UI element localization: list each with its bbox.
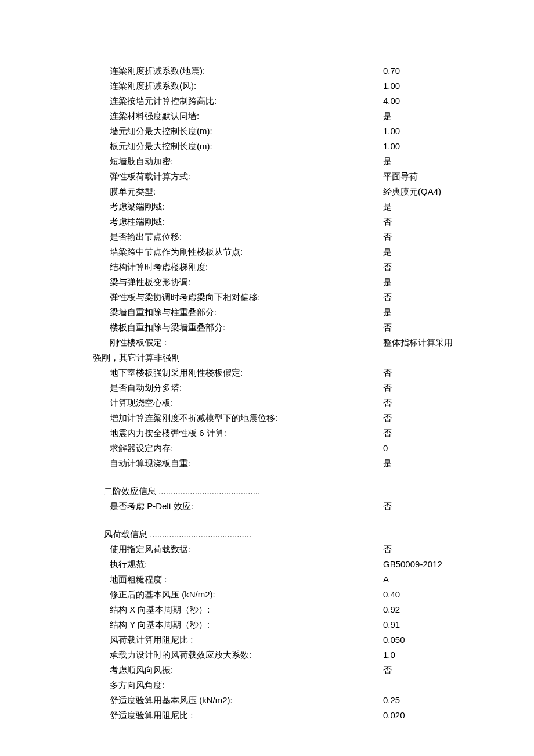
param-row: 梁墙自重扣除与柱重叠部分: 是 bbox=[93, 305, 476, 319]
param-row: 使用指定风荷载数据: 否 bbox=[93, 542, 476, 556]
param-value: 是 bbox=[383, 275, 476, 289]
param-value: 1.00 bbox=[383, 139, 476, 153]
param-row: 墙元细分最大控制长度(m): 1.00 bbox=[93, 124, 476, 138]
param-value: GB50009-2012 bbox=[383, 557, 476, 571]
param-value: 否 bbox=[383, 366, 476, 380]
section-header-wind-load: 风荷载信息 ..................................… bbox=[93, 527, 476, 541]
param-row: 连梁材料强度默认同墙: 是 bbox=[93, 109, 476, 123]
param-value: 4.00 bbox=[383, 94, 476, 108]
param-label: 舒适度验算用阻尼比 : bbox=[93, 708, 193, 722]
param-label: 考虑柱端刚域: bbox=[93, 215, 164, 229]
param-label: 自动计算现浇板自重: bbox=[93, 456, 190, 470]
param-value: 否 bbox=[383, 230, 476, 244]
param-row: 连梁按墙元计算控制跨高比: 4.00 bbox=[93, 94, 476, 108]
param-row: 舒适度验算用阻尼比 : 0.020 bbox=[93, 708, 476, 722]
param-row: 多方向风角度: bbox=[93, 678, 476, 692]
param-value: 0.40 bbox=[383, 588, 476, 602]
param-row: 弹性板与梁协调时考虑梁向下相对偏移: 否 bbox=[93, 290, 476, 304]
param-label: 计算现浇空心板: bbox=[93, 396, 173, 410]
param-value: 否 bbox=[383, 426, 476, 440]
param-value: 否 bbox=[383, 411, 476, 425]
param-label: 板元细分最大控制长度(m): bbox=[93, 139, 212, 153]
param-value: 平面导荷 bbox=[383, 170, 476, 183]
param-row: 执行规范: GB50009-2012 bbox=[93, 557, 476, 571]
param-row: 考虑顺风向风振: 否 bbox=[93, 663, 476, 677]
param-label: 风荷载计算用阻尼比 : bbox=[93, 633, 193, 647]
param-label: 考虑顺风向风振: bbox=[93, 663, 173, 677]
param-label: 墙梁跨中节点作为刚性楼板从节点: bbox=[93, 245, 243, 259]
param-row: 结构 Y 向基本周期（秒）: 0.91 bbox=[93, 618, 476, 632]
param-label: 膜单元类型: bbox=[93, 185, 156, 199]
param-label: 是否自动划分多塔: bbox=[93, 381, 182, 395]
param-label: 是否输出节点位移: bbox=[93, 230, 182, 244]
param-value-line2: 强刚，其它计算非强刚 bbox=[93, 352, 180, 362]
param-value: A bbox=[383, 573, 476, 586]
param-value: 否 bbox=[383, 396, 476, 410]
param-label: 连梁材料强度默认同墙: bbox=[93, 109, 199, 123]
param-label: 连梁按墙元计算控制跨高比: bbox=[93, 94, 217, 108]
document-page: 连梁刚度折减系数(地震): 0.70 连梁刚度折减系数(风): 1.00 连梁按… bbox=[0, 64, 534, 722]
param-label: 弹性板与梁协调时考虑梁向下相对偏移: bbox=[93, 290, 260, 304]
param-value: 是 bbox=[383, 154, 476, 168]
param-row: 增加计算连梁刚度不折减模型下的地震位移: 否 bbox=[93, 411, 476, 425]
section-header-text: 二阶效应信息 .................................… bbox=[104, 486, 260, 496]
param-row: 是否自动划分多塔: 否 bbox=[93, 381, 476, 395]
param-label: 使用指定风荷载数据: bbox=[93, 542, 190, 556]
param-label: 地震内力按全楼弹性板 6 计算: bbox=[93, 426, 226, 440]
param-row: 弹性板荷载计算方式: 平面导荷 bbox=[93, 170, 476, 183]
param-value: 经典膜元(QA4) bbox=[383, 185, 476, 199]
param-value: 否 bbox=[383, 542, 476, 556]
param-label: 梁与弹性板变形协调: bbox=[93, 275, 190, 289]
param-row: 膜单元类型: 经典膜元(QA4) bbox=[93, 185, 476, 199]
param-row-wrapped: 刚性楼板假定 : 整体指标计算采用 bbox=[93, 336, 476, 350]
param-value: 否 bbox=[383, 499, 476, 513]
param-row: 考虑梁端刚域: 是 bbox=[93, 200, 476, 214]
param-value: 整体指标计算采用 bbox=[383, 336, 476, 350]
param-row: 修正后的基本风压 (kN/m2): 0.40 bbox=[93, 588, 476, 602]
param-label: 是否考虑 P-Delt 效应: bbox=[93, 499, 193, 513]
param-value: 是 bbox=[383, 200, 476, 214]
param-label: 地下室楼板强制采用刚性楼板假定: bbox=[93, 366, 243, 380]
param-value: 否 bbox=[383, 321, 476, 334]
param-value: 1.00 bbox=[383, 79, 476, 93]
param-row: 求解器设定内存: 0 bbox=[93, 441, 476, 455]
param-row: 板元细分最大控制长度(m): 1.00 bbox=[93, 139, 476, 153]
param-row: 短墙肢自动加密: 是 bbox=[93, 154, 476, 168]
param-row: 是否考虑 P-Delt 效应: 否 bbox=[93, 499, 476, 513]
param-label: 梁墙自重扣除与柱重叠部分: bbox=[93, 305, 217, 319]
param-value: 否 bbox=[383, 290, 476, 304]
param-value: 0 bbox=[383, 441, 476, 455]
param-label: 修正后的基本风压 (kN/m2): bbox=[93, 588, 215, 602]
param-row: 舒适度验算用基本风压 (kN/m2): 0.25 bbox=[93, 693, 476, 707]
param-label: 结构 Y 向基本周期（秒）: bbox=[93, 618, 210, 632]
param-row: 墙梁跨中节点作为刚性楼板从节点: 是 bbox=[93, 245, 476, 259]
param-row: 连梁刚度折减系数(地震): 0.70 bbox=[93, 64, 476, 78]
param-row: 承载力设计时的风荷载效应放大系数: 1.0 bbox=[93, 648, 476, 662]
param-value: 0.020 bbox=[383, 708, 476, 722]
param-value: 是 bbox=[383, 305, 476, 319]
param-label: 墙元细分最大控制长度(m): bbox=[93, 124, 212, 138]
param-value: 否 bbox=[383, 260, 476, 274]
param-label: 短墙肢自动加密: bbox=[93, 154, 173, 168]
param-label: 执行规范: bbox=[93, 557, 147, 571]
param-label: 多方向风角度: bbox=[93, 678, 164, 692]
param-label: 承载力设计时的风荷载效应放大系数: bbox=[93, 648, 251, 662]
param-row: 考虑柱端刚域: 否 bbox=[93, 215, 476, 229]
param-label: 弹性板荷载计算方式: bbox=[93, 170, 190, 183]
param-value: 否 bbox=[383, 215, 476, 229]
param-value: 是 bbox=[383, 456, 476, 470]
param-value: 否 bbox=[383, 663, 476, 677]
param-value: 0.050 bbox=[383, 633, 476, 647]
param-row: 是否输出节点位移: 否 bbox=[93, 230, 476, 244]
param-value bbox=[383, 678, 476, 692]
section-header-second-order: 二阶效应信息 .................................… bbox=[93, 484, 476, 498]
param-label: 连梁刚度折减系数(风): bbox=[93, 79, 196, 93]
param-label: 增加计算连梁刚度不折减模型下的地震位移: bbox=[93, 411, 277, 425]
param-value: 1.00 bbox=[383, 124, 476, 138]
param-label: 连梁刚度折减系数(地震): bbox=[93, 64, 205, 78]
param-value: 是 bbox=[383, 245, 476, 259]
param-value: 0.92 bbox=[383, 603, 476, 617]
param-row: 自动计算现浇板自重: 是 bbox=[93, 456, 476, 470]
param-row: 连梁刚度折减系数(风): 1.00 bbox=[93, 79, 476, 93]
param-value: 0.25 bbox=[383, 693, 476, 707]
